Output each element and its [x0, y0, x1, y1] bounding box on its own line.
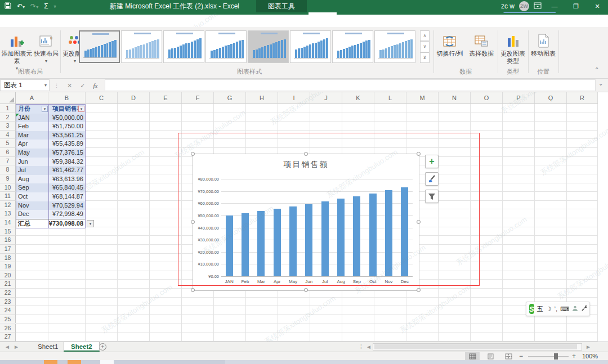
wrench-icon[interactable]	[581, 305, 587, 313]
column-header-R[interactable]: R	[567, 92, 598, 104]
person-icon[interactable]	[572, 305, 578, 313]
column-header-H[interactable]: H	[246, 92, 278, 104]
collapse-ribbon-icon[interactable]: ⌃	[594, 66, 599, 73]
row-header-1[interactable]: 1	[0, 104, 16, 113]
column-header-O[interactable]: O	[471, 92, 503, 104]
keyboard-icon[interactable]: ⌨	[560, 305, 569, 313]
column-header-Q[interactable]: Q	[535, 92, 567, 104]
table-row-Mar[interactable]: Mar¥53,561.25	[16, 131, 85, 140]
row-header-10[interactable]: 10	[0, 183, 16, 192]
row-header-20[interactable]: 20	[0, 271, 16, 280]
chart-selection-handle[interactable]	[304, 288, 308, 292]
column-header-I[interactable]: I	[278, 92, 310, 104]
chart-style-thumbnail-4[interactable]	[205, 30, 247, 63]
cancel-icon[interactable]: ✕	[67, 82, 72, 89]
bar-Dec[interactable]	[401, 187, 408, 276]
user-name[interactable]: zc w	[501, 2, 515, 10]
table-row-Nov[interactable]: Nov¥70,529.94	[16, 201, 85, 210]
moon-icon[interactable]: ☽	[546, 305, 552, 313]
bar-Feb[interactable]	[242, 213, 249, 276]
table-row-Aug[interactable]: Aug¥63,613.96	[16, 175, 85, 184]
chart-styles-button[interactable]	[425, 172, 439, 186]
minimize-button[interactable]: —	[546, 0, 563, 12]
row-header-13[interactable]: 13	[0, 209, 16, 218]
ime-toolbar[interactable]: S 五 ☽ ’, ⌨	[526, 302, 590, 316]
column-header-D[interactable]: D	[118, 92, 150, 104]
bar-JAN[interactable]	[226, 215, 233, 276]
new-sheet-button[interactable]: +	[99, 343, 106, 350]
page-layout-view-button[interactable]	[483, 352, 498, 360]
insert-function-icon[interactable]: fx	[93, 82, 97, 89]
chart-style-thumbnail-7[interactable]	[332, 30, 373, 63]
normal-view-button[interactable]	[465, 352, 480, 360]
bar-Aug[interactable]	[337, 199, 345, 276]
formula-input[interactable]	[105, 79, 596, 91]
row-header-8[interactable]: 8	[0, 165, 16, 174]
add-chart-element-button[interactable]: 添加图表元素▾	[1, 29, 33, 72]
change-chart-type-button[interactable]: 更改图表类型	[499, 29, 527, 72]
sales-filter-icon[interactable]: ▾	[78, 106, 84, 112]
column-header-C[interactable]: C	[86, 92, 118, 104]
column-header-A[interactable]: A	[16, 92, 48, 104]
row-header-24[interactable]: 24	[0, 306, 16, 315]
column-header-M[interactable]: M	[406, 92, 439, 104]
quick-layout-button[interactable]: u 快速布局▾	[33, 29, 60, 72]
column-header-K[interactable]: K	[342, 92, 374, 104]
chart-style-thumbnail-2[interactable]	[121, 30, 162, 63]
row-header-23[interactable]: 23	[0, 298, 16, 307]
zoom-level[interactable]: 100%	[582, 353, 598, 359]
zoom-out-icon[interactable]: −	[519, 352, 523, 360]
row-header-14[interactable]: 14	[0, 218, 16, 227]
bar-Jun[interactable]	[305, 204, 312, 276]
zoom-slider-track[interactable]	[528, 356, 569, 357]
month-filter-icon[interactable]: ▾	[42, 106, 48, 112]
row-header-25[interactable]: 25	[0, 315, 16, 324]
share-button[interactable]: 共享	[580, 14, 602, 23]
redo-button[interactable]: ↷▾	[30, 2, 38, 10]
table-header-row[interactable]: 月份项目销售额▾▾	[16, 105, 85, 114]
row-header-22[interactable]: 22	[0, 289, 16, 298]
sogou-logo-icon[interactable]: S	[529, 304, 534, 314]
gallery-scroll-up-icon[interactable]: ∧	[420, 30, 430, 41]
select-all-corner[interactable]	[0, 92, 16, 104]
autosum-button[interactable]: Σ	[44, 2, 48, 10]
row-header-4[interactable]: 4	[0, 131, 16, 140]
bar-May[interactable]	[289, 206, 297, 276]
worksheet-grid[interactable]: ABCDEFGHIJKLMNOPQR 123456789101112131415…	[0, 92, 598, 341]
horizontal-scrollbar-thumb[interactable]	[374, 344, 577, 349]
chart-selection-handle[interactable]	[191, 220, 195, 224]
splitter-grip-icon[interactable]: ⁞	[360, 342, 362, 352]
chart-selection-handle[interactable]	[191, 288, 195, 292]
close-button[interactable]: ✕	[589, 0, 606, 12]
horizontal-scrollbar[interactable]	[373, 343, 582, 350]
customize-qat-button[interactable]: ▿	[54, 4, 56, 9]
zoom-in-icon[interactable]: +	[572, 352, 576, 360]
column-header-L[interactable]: L	[374, 92, 406, 104]
column-header-G[interactable]: G	[214, 92, 246, 104]
row-header-17[interactable]: 17	[0, 245, 16, 254]
row-header-15[interactable]: 15	[0, 227, 16, 236]
bar-Nov[interactable]	[385, 190, 392, 276]
chart-elements-button[interactable]: +	[425, 155, 439, 168]
table-row-JAN[interactable]: JAN¥50,000.00	[16, 114, 85, 123]
name-box[interactable]: 图表 1▾	[0, 79, 50, 91]
row-header-19[interactable]: 19	[0, 262, 16, 271]
enter-icon[interactable]: ✓	[80, 82, 85, 89]
table-row-Sep[interactable]: Sep¥65,840.45	[16, 183, 85, 192]
chart-selection-handle[interactable]	[304, 152, 308, 156]
gallery-scroll-down-icon[interactable]: ∨	[420, 41, 430, 52]
chart-selection-handle[interactable]	[417, 152, 421, 156]
row-header-27[interactable]: 27	[0, 332, 16, 341]
undo-button[interactable]: ↶▾	[17, 2, 25, 10]
column-header-B[interactable]: B	[48, 92, 86, 104]
move-chart-button[interactable]: 移动图表	[529, 29, 557, 72]
table-row-Jul[interactable]: Jul¥61,462.77	[16, 166, 85, 175]
row-header-5[interactable]: 5	[0, 139, 16, 148]
table-row-Feb[interactable]: Feb¥51,750.00	[16, 122, 85, 131]
row-header-3[interactable]: 3	[0, 122, 16, 131]
sheet-tab-Sheet1[interactable]: Sheet1	[31, 342, 65, 352]
chart-style-thumbnail-3[interactable]	[163, 30, 204, 63]
table-row-Oct[interactable]: Oct¥68,144.87	[16, 192, 85, 201]
column-header-E[interactable]: E	[150, 92, 182, 104]
chart-selection-handle[interactable]	[191, 152, 195, 156]
